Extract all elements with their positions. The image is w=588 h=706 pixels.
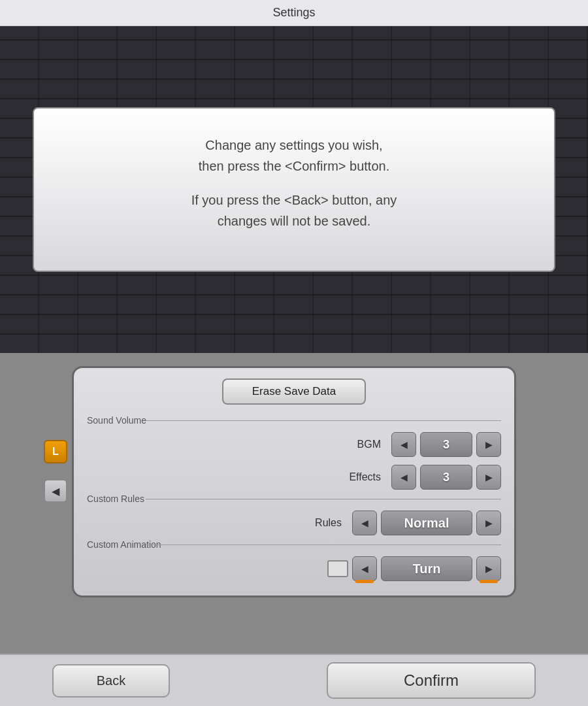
top-screen: Settings Change any settings you wish, t… — [0, 0, 588, 353]
confirm-button[interactable]: Confirm — [327, 662, 536, 699]
top-background: Change any settings you wish, then press… — [0, 26, 588, 353]
title-bar: Settings — [0, 0, 588, 26]
effects-label: Effects — [349, 471, 381, 483]
bgm-value-display: 3 — [420, 432, 472, 457]
bgm-label: BGM — [357, 439, 381, 450]
bottom-screen: L ◀ Erase Save Data Sound Volume BGM ◀ 3 — [0, 353, 588, 706]
effects-value-display: 3 — [420, 465, 472, 490]
animation-increase-button[interactable]: ▶ — [476, 556, 501, 581]
rules-label: Rules — [315, 517, 342, 529]
bgm-decrease-button[interactable]: ◀ — [391, 432, 416, 457]
erase-save-data-button[interactable]: Erase Save Data — [222, 378, 366, 405]
settings-panel: L ◀ Erase Save Data Sound Volume BGM ◀ 3 — [72, 366, 516, 597]
animation-value-display: Turn — [381, 556, 472, 581]
bgm-right-arrow-icon: ▶ — [485, 439, 493, 450]
effects-decrease-button[interactable]: ◀ — [391, 465, 416, 490]
rules-decrease-button[interactable]: ◀ — [352, 511, 377, 535]
rules-row: Rules ◀ Normal ▶ — [87, 507, 501, 539]
info-text-1: Change any settings you wish, then press… — [73, 135, 515, 176]
effects-right-arrow-icon: ▶ — [485, 472, 493, 482]
animation-preview-icon — [327, 560, 348, 577]
info-box: Change any settings you wish, then press… — [33, 107, 555, 272]
animation-left-arrow-icon: ◀ — [361, 563, 368, 574]
side-arrow-button[interactable]: ◀ — [44, 479, 67, 503]
custom-animation-label: Custom Animation — [87, 539, 501, 550]
animation-row: ◀ Turn ▶ — [87, 552, 501, 585]
info-text-2: If you press the <Back> button, any chan… — [73, 190, 515, 231]
rules-increase-button[interactable]: ▶ — [476, 511, 501, 535]
effects-left-arrow-icon: ◀ — [400, 472, 408, 482]
bgm-increase-button[interactable]: ▶ — [476, 432, 501, 457]
bottom-background: L ◀ Erase Save Data Sound Volume BGM ◀ 3 — [0, 353, 588, 706]
l-button-indicator: L — [44, 440, 67, 463]
bgm-left-arrow-icon: ◀ — [400, 439, 408, 450]
rules-left-arrow-icon: ◀ — [361, 518, 368, 528]
custom-rules-label: Custom Rules — [87, 494, 501, 504]
rules-right-arrow-icon: ▶ — [485, 518, 493, 528]
rules-value-display: Normal — [381, 511, 472, 535]
bottom-action-bar: Back Confirm — [0, 654, 588, 706]
side-left-arrow-icon: ◀ — [52, 485, 59, 497]
page-title: Settings — [272, 6, 315, 20]
sound-volume-label: Sound Volume — [87, 415, 501, 426]
animation-right-arrow-icon: ▶ — [485, 563, 493, 574]
animation-decrease-button[interactable]: ◀ — [352, 556, 377, 581]
bgm-row: BGM ◀ 3 ▶ — [87, 428, 501, 461]
effects-increase-button[interactable]: ▶ — [476, 465, 501, 490]
back-button[interactable]: Back — [52, 664, 170, 698]
effects-row: Effects ◀ 3 ▶ — [87, 461, 501, 494]
